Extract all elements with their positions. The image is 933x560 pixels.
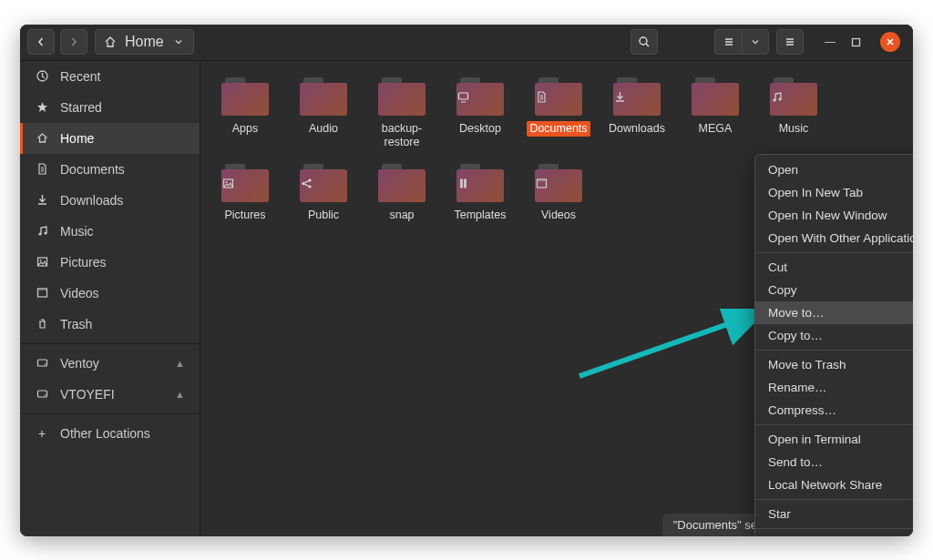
- sidebar-item-trash[interactable]: Trash: [20, 309, 200, 340]
- svg-point-3: [38, 232, 41, 235]
- picture-icon: [221, 177, 269, 190]
- sidebar-item-label: Downloads: [60, 193, 123, 208]
- menu-item-local-network-share[interactable]: Local Network Share: [755, 473, 913, 496]
- svg-point-4: [44, 231, 46, 234]
- trash-icon: [35, 317, 49, 331]
- chevron-right-icon: [67, 35, 81, 49]
- maximize-button[interactable]: [851, 37, 867, 47]
- menu-item-move-to[interactable]: Move to…: [755, 301, 913, 324]
- view-dropdown-button[interactable]: [742, 29, 769, 55]
- svg-point-0: [640, 37, 647, 45]
- folder-documents[interactable]: Documents: [519, 74, 598, 160]
- document-icon: [35, 162, 49, 177]
- folder-templates[interactable]: Templates: [441, 160, 519, 233]
- sidebar-item-recent[interactable]: Recent: [20, 61, 200, 92]
- menu-item-open[interactable]: OpenReturn: [755, 158, 913, 181]
- disk-icon: [35, 387, 49, 402]
- menu-button[interactable]: [776, 29, 804, 55]
- folder-label: Downloads: [606, 121, 668, 137]
- menu-item-move-to-trash[interactable]: Move to TrashDelete: [755, 353, 913, 376]
- sidebar-item-label: Videos: [60, 286, 99, 300]
- menu-item-rename[interactable]: Rename…F2: [755, 376, 913, 399]
- menu-item-open-in-new-window[interactable]: Open In New WindowShift+Return: [755, 204, 913, 227]
- sidebar-item-starred[interactable]: Starred: [20, 92, 200, 123]
- sidebar-mount-ventoy[interactable]: Ventoy▲: [20, 348, 200, 379]
- folder-icon: [300, 164, 347, 202]
- menu-item-copy[interactable]: CopyCtrl+C: [755, 279, 913, 301]
- folder-snap[interactable]: snap: [363, 160, 441, 233]
- list-icon: [722, 35, 736, 49]
- back-button[interactable]: [27, 29, 55, 55]
- file-manager-window: Home — RecentStarredHomeDocumentsDownloa…: [20, 25, 913, 536]
- folder-label: backup-restore: [364, 121, 440, 151]
- menu-item-copy-to[interactable]: Copy to…: [755, 324, 913, 347]
- menu-item-compress[interactable]: Compress…: [755, 399, 913, 422]
- folder-apps[interactable]: Apps: [206, 74, 284, 160]
- folder-music[interactable]: Music: [754, 74, 833, 160]
- menu-separator: [755, 350, 913, 351]
- folder-label: Music: [776, 121, 812, 137]
- folder-icon: [613, 77, 661, 116]
- menu-item-open-with-other-application[interactable]: Open With Other Application: [755, 227, 913, 249]
- folder-desktop[interactable]: Desktop: [441, 74, 519, 160]
- forward-button[interactable]: [60, 29, 87, 55]
- eject-icon[interactable]: ▲: [175, 358, 185, 369]
- menu-item-label: Open In New Tab: [768, 186, 863, 199]
- sidebar-mount-vtoyefi[interactable]: VTOYEFI▲: [20, 379, 200, 410]
- folder-audio[interactable]: Audio: [284, 74, 363, 160]
- menu-item-cut[interactable]: CutCtrl+X: [755, 256, 913, 279]
- sidebar-item-videos[interactable]: Videos: [20, 278, 200, 309]
- menu-separator: [755, 528, 913, 529]
- sidebar-item-label: Starred: [60, 100, 102, 115]
- menu-item-label: Local Network Share: [768, 478, 882, 492]
- folder-mega[interactable]: MEGA: [676, 74, 754, 160]
- templates-icon: [456, 177, 504, 190]
- search-icon: [637, 35, 651, 49]
- sidebar-item-label: VTOYEFI: [60, 387, 115, 402]
- path-label: Home: [125, 34, 164, 50]
- sidebar-item-pictures[interactable]: Pictures: [20, 247, 200, 278]
- menu-item-open-in-new-tab[interactable]: Open In New TabCtrl+Return: [755, 181, 913, 204]
- folder-icon: [221, 164, 269, 202]
- folder-icon: [378, 77, 425, 116]
- folder-icon: [692, 77, 739, 116]
- menu-item-open-in-terminal[interactable]: Open in Terminal: [755, 428, 913, 451]
- menu-item-label: Move to Trash: [768, 358, 846, 372]
- eject-icon[interactable]: ▲: [175, 389, 185, 400]
- svg-rect-11: [37, 391, 46, 397]
- menu-item-send-to[interactable]: Send to…: [755, 451, 913, 473]
- menu-item-label: Move to…: [768, 306, 825, 320]
- list-view-button[interactable]: [714, 29, 742, 55]
- folder-backup-restore[interactable]: backup-restore: [363, 74, 441, 160]
- folder-icon: [378, 164, 425, 202]
- content-area[interactable]: Apps Audio backup-restore Desktop Docume…: [200, 61, 913, 536]
- chevron-down-icon: [171, 35, 186, 49]
- plus-icon: +: [35, 426, 49, 441]
- svg-rect-1: [853, 38, 860, 46]
- sidebar-item-music[interactable]: Music: [20, 216, 200, 247]
- path-bar[interactable]: Home: [95, 29, 194, 55]
- video-icon: [535, 177, 582, 190]
- sidebar-other-locations[interactable]: + Other Locations: [20, 418, 200, 449]
- close-button[interactable]: [880, 32, 900, 52]
- minimize-button[interactable]: —: [822, 36, 838, 48]
- menu-item-star[interactable]: Star: [755, 503, 913, 525]
- search-button[interactable]: [631, 29, 658, 55]
- folder-pictures[interactable]: Pictures: [206, 160, 284, 233]
- sidebar-item-documents[interactable]: Documents: [20, 154, 200, 185]
- menu-item-label: Open With Other Application: [768, 231, 913, 245]
- folder-public[interactable]: Public: [284, 160, 363, 233]
- download-icon: [35, 193, 49, 208]
- sidebar-item-label: Home: [60, 131, 94, 146]
- sidebar-item-downloads[interactable]: Downloads: [20, 185, 200, 216]
- folder-label: Templates: [452, 208, 509, 224]
- folder-downloads[interactable]: Downloads: [598, 74, 676, 160]
- menu-item-properties[interactable]: PropertiesCtrl+I: [755, 532, 913, 536]
- sidebar-item-home[interactable]: Home: [20, 123, 200, 154]
- home-icon: [35, 131, 49, 146]
- view-switcher: [714, 29, 769, 55]
- folder-label: Pictures: [221, 208, 268, 224]
- folder-videos[interactable]: Videos: [519, 160, 598, 233]
- menu-separator: [755, 252, 913, 253]
- svg-point-6: [39, 260, 41, 261]
